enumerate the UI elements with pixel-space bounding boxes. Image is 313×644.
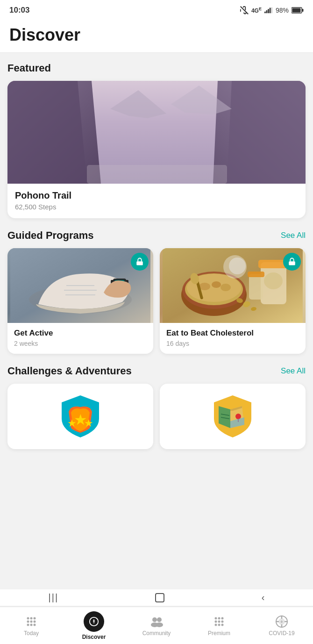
menu-button[interactable]: ||| <box>49 592 59 603</box>
svg-text:★: ★ <box>84 417 93 429</box>
cholesterol-name: Eat to Beat Cholesterol <box>166 329 299 338</box>
svg-point-35 <box>221 284 231 291</box>
svg-point-57 <box>34 617 36 619</box>
bottom-nav: Today Discover Community <box>0 607 313 644</box>
svg-point-68 <box>152 617 157 622</box>
svg-rect-41 <box>249 274 263 300</box>
get-active-image <box>7 248 153 323</box>
challenge-card-2[interactable] <box>160 384 306 449</box>
svg-point-47 <box>229 258 246 274</box>
svg-point-80 <box>221 623 224 626</box>
guided-programs-see-all[interactable]: See All <box>281 231 306 240</box>
battery-icon <box>292 7 304 14</box>
covid-label: COVID-19 <box>269 630 294 637</box>
back-button[interactable]: ‹ <box>262 592 265 603</box>
svg-point-74 <box>221 617 224 619</box>
challenges-section-header: Challenges & Adventures See All <box>7 365 306 377</box>
battery-percent: 98% <box>276 7 289 14</box>
discover-label: Discover <box>82 634 106 640</box>
nav-item-discover[interactable]: Discover <box>63 607 125 644</box>
svg-point-40 <box>264 272 283 289</box>
svg-point-58 <box>27 620 29 623</box>
svg-point-78 <box>215 623 217 626</box>
svg-rect-2 <box>266 10 268 13</box>
svg-point-63 <box>34 623 36 626</box>
svg-point-59 <box>30 620 33 623</box>
svg-rect-3 <box>268 9 269 13</box>
status-icons: 4GE 98% <box>240 6 304 14</box>
challenges-see-all[interactable]: See All <box>281 366 306 376</box>
svg-point-72 <box>215 617 217 619</box>
nav-item-covid[interactable]: + COVID-19 <box>250 607 313 644</box>
lock-icon-2 <box>288 258 296 266</box>
nav-item-today[interactable]: Today <box>0 607 63 644</box>
signal-type: 4GE <box>251 7 262 14</box>
nav-item-community[interactable]: Community <box>125 607 188 644</box>
svg-rect-5 <box>271 7 272 14</box>
featured-section-header: Featured <box>7 62 306 74</box>
programs-grid: Get Active 2 weeks <box>7 248 306 354</box>
main-content: Featured <box>0 53 313 507</box>
svg-rect-16 <box>87 165 227 184</box>
challenges-section: Challenges & Adventures See All ★ ★ ★ <box>7 365 306 449</box>
svg-point-67 <box>93 621 95 622</box>
premium-icon <box>213 615 226 628</box>
featured-section-title: Featured <box>7 62 51 74</box>
mountain-scene-svg <box>7 81 306 184</box>
program-card-get-active[interactable]: Get Active 2 weeks <box>7 248 153 354</box>
svg-marker-11 <box>7 81 87 184</box>
svg-point-77 <box>221 620 224 623</box>
svg-rect-7 <box>302 9 304 12</box>
challenge-card-1[interactable]: ★ ★ ★ <box>7 384 153 449</box>
community-icon <box>150 615 163 628</box>
community-label: Community <box>142 630 171 637</box>
svg-rect-8 <box>292 8 301 13</box>
svg-point-56 <box>30 617 33 619</box>
featured-trail-name: Pohono Trail <box>15 190 298 201</box>
svg-point-34 <box>212 281 221 288</box>
featured-steps: 62,500 Steps <box>15 203 298 211</box>
challenges-grid: ★ ★ ★ <box>7 384 306 449</box>
discover-icon-bg <box>84 611 104 632</box>
star-badge-icon: ★ ★ ★ <box>57 393 104 440</box>
featured-card[interactable]: Pohono Trail 62,500 Steps <box>7 81 306 218</box>
status-time: 10:03 <box>9 6 29 15</box>
svg-rect-48 <box>289 261 295 265</box>
page-title: Discover <box>9 25 304 45</box>
signal-icon <box>264 7 273 14</box>
home-button[interactable] <box>155 593 164 602</box>
cholesterol-duration: 16 days <box>166 340 299 347</box>
cholesterol-lock-badge <box>283 253 301 271</box>
get-active-duration: 2 weeks <box>14 340 147 347</box>
svg-text:★: ★ <box>67 417 77 429</box>
svg-rect-1 <box>264 12 266 14</box>
covid-icon: + <box>275 615 288 628</box>
home-indicator: ||| ‹ <box>0 589 313 606</box>
get-active-info: Get Active 2 weeks <box>7 323 153 354</box>
cholesterol-info: Eat to Beat Cholesterol 16 days <box>160 323 306 354</box>
svg-rect-4 <box>270 8 271 14</box>
svg-point-79 <box>218 623 221 626</box>
svg-point-76 <box>218 620 221 623</box>
svg-text:+: + <box>280 619 283 624</box>
featured-image <box>7 81 306 184</box>
today-label: Today <box>24 630 39 637</box>
svg-point-60 <box>34 620 36 623</box>
featured-section: Featured <box>7 62 306 218</box>
cholesterol-image <box>160 248 306 323</box>
guided-programs-section: Guided Programs See All <box>7 229 306 354</box>
program-card-cholesterol[interactable]: Eat to Beat Cholesterol 16 days <box>160 248 306 354</box>
svg-point-71 <box>156 623 163 627</box>
svg-point-73 <box>218 617 221 619</box>
nav-item-premium[interactable]: Premium <box>188 607 250 644</box>
guided-programs-title: Guided Programs <box>7 229 94 242</box>
guided-programs-header: Guided Programs See All <box>7 229 306 242</box>
get-active-name: Get Active <box>14 329 147 338</box>
get-active-lock-badge <box>131 253 149 271</box>
svg-marker-13 <box>227 81 306 184</box>
status-bar: 10:03 4GE 98% <box>0 0 313 21</box>
map-badge-icon <box>209 393 256 440</box>
svg-point-75 <box>215 620 217 623</box>
compass-icon <box>89 616 99 627</box>
page-header: Discover <box>0 21 313 53</box>
